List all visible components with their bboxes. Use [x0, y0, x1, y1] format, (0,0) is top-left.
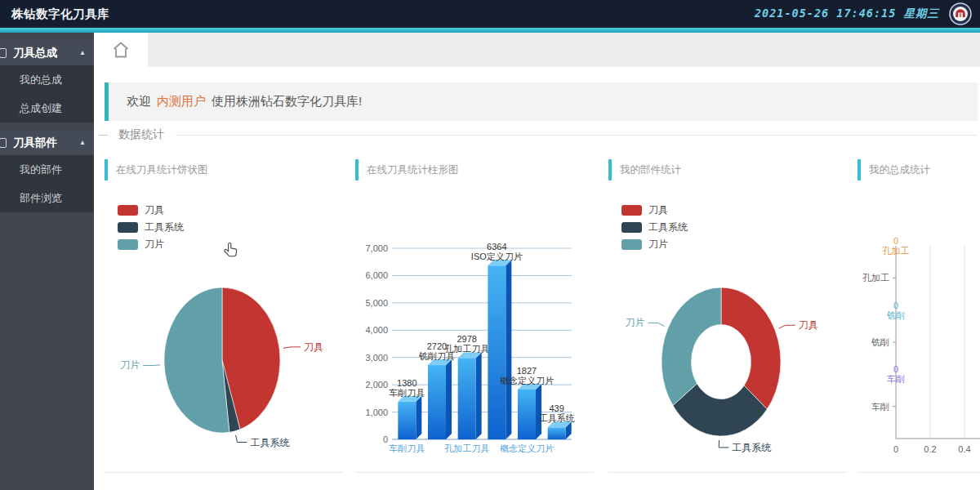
welcome-banner: 欢迎 内测用户 使用株洲钻石数字化刀具库! — [105, 82, 978, 121]
svg-text:孔加工刀具: 孔加工刀具 — [444, 344, 489, 354]
svg-text:1,000: 1,000 — [365, 408, 388, 417]
svg-text:孔加工: 孔加工 — [883, 246, 910, 256]
svg-text:3,000: 3,000 — [365, 353, 388, 363]
svg-text:0.2: 0.2 — [924, 444, 936, 454]
svg-text:4,000: 4,000 — [365, 325, 388, 335]
sidebar-item-create-assembly[interactable]: 总成创建 — [0, 94, 94, 122]
svg-text:0: 0 — [893, 236, 898, 246]
svg-text:0: 0 — [383, 434, 388, 444]
section-title: 数据统计 — [118, 127, 164, 142]
menu-group-icon — [0, 138, 7, 148]
svg-text:1827: 1827 — [517, 366, 537, 376]
svg-text:1380: 1380 — [397, 378, 416, 388]
online-tools-pie-chart[interactable]: 刀具工具系统刀片 — [105, 156, 343, 473]
section-dash — [99, 135, 108, 136]
chevron-up-icon: ▲ — [79, 49, 86, 56]
topbar-right: 2021-05-26 17:46:15 星期三 — [755, 2, 972, 25]
svg-text:7,000: 7,000 — [365, 243, 388, 253]
sidebar-group-label: 刀具总成 — [13, 46, 57, 60]
svg-text:2978: 2978 — [457, 334, 476, 344]
svg-text:刀具: 刀具 — [304, 341, 323, 353]
app-root: 株钻数字化刀具库 2021-05-26 17:46:15 星期三 刀具总成 ▲ — [0, 0, 980, 490]
top-bar: 株钻数字化刀具库 2021-05-26 17:46:15 星期三 — [0, 0, 980, 28]
my-parts-donut-chart[interactable]: 刀具工具系统刀片 — [608, 156, 847, 473]
sidebar-item-my-parts[interactable]: 我的部件 — [0, 155, 94, 184]
company-seal-icon — [949, 2, 972, 25]
svg-text:车削: 车削 — [887, 374, 905, 384]
svg-text:车削: 车削 — [871, 402, 889, 412]
sidebar-item-my-assembly[interactable]: 我的总成 — [0, 65, 94, 94]
svg-text:工具系统: 工具系统 — [732, 442, 771, 453]
welcome-username: 内测用户 — [157, 94, 206, 109]
svg-text:工具系统: 工具系统 — [251, 437, 290, 448]
datetime-display: 2021-05-26 17:46:15 星期三 — [755, 7, 939, 21]
svg-text:6364: 6364 — [487, 242, 506, 252]
welcome-greeting: 欢迎 — [127, 94, 151, 109]
app-title: 株钻数字化刀具库 — [11, 7, 109, 22]
svg-text:刀具: 刀具 — [799, 319, 818, 331]
chevron-up-icon: ▲ — [79, 139, 86, 146]
section-rule — [176, 135, 978, 136]
sidebar-group-label: 刀具部件 — [13, 136, 57, 150]
svg-text:刀片: 刀片 — [120, 359, 140, 371]
welcome-message: 使用株洲钻石数字化刀具库! — [212, 94, 362, 109]
panel-my-assemblies-hbar: 我的总成统计 00.20.4孔加工铣削车削0孔加工0铣削0车削 — [858, 156, 980, 473]
section-header: 数据统计 — [99, 127, 978, 142]
svg-text:工具系统: 工具系统 — [539, 413, 575, 423]
main-content: 欢迎 内测用户 使用株洲钻石数字化刀具库! 数据统计 在线刀具统计饼状图 刀具 — [94, 33, 980, 490]
my-assemblies-hbar-chart[interactable]: 00.20.4孔加工铣削车削0孔加工0铣削0车削 — [858, 156, 980, 473]
menu-group-icon — [0, 48, 7, 58]
svg-text:0.4: 0.4 — [958, 444, 970, 454]
online-tools-bar-chart[interactable]: 01,0002,0003,0004,0005,0006,0007,0001380… — [355, 156, 594, 473]
svg-text:孔加工刀具: 孔加工刀具 — [444, 443, 489, 453]
svg-text:0: 0 — [893, 444, 898, 454]
svg-text:概念定义刀片: 概念定义刀片 — [500, 376, 554, 385]
tab-home[interactable] — [94, 33, 148, 67]
svg-text:6,000: 6,000 — [365, 270, 388, 280]
svg-text:概念定义刀片: 概念定义刀片 — [500, 443, 554, 453]
svg-text:0: 0 — [893, 364, 898, 374]
panel-online-tools-pie: 在线刀具统计饼状图 刀具 工具系统 刀片 刀具工具系统刀片 — [105, 156, 343, 473]
submenu-tool-parts: 我的部件 部件浏览 — [0, 155, 94, 212]
panel-my-parts-donut: 我的部件统计 刀具 工具系统 刀片 刀具工具系统刀片 — [608, 156, 847, 473]
svg-text:ISO定义刀片: ISO定义刀片 — [471, 252, 523, 261]
tab-bar — [94, 33, 980, 67]
svg-text:孔加工: 孔加工 — [862, 273, 889, 283]
svg-text:车削刀具: 车削刀具 — [389, 443, 425, 453]
svg-text:439: 439 — [549, 403, 564, 413]
sidebar-group-tool-parts[interactable]: 刀具部件 ▲ — [0, 130, 94, 155]
svg-text:车削刀具: 车削刀具 — [389, 388, 425, 398]
svg-text:2,000: 2,000 — [365, 380, 388, 390]
sidebar: 刀具总成 ▲ 我的总成 总成创建 刀具部件 ▲ 我的部件 部件浏览 — [0, 33, 94, 490]
panel-online-tools-bar: 在线刀具统计柱形图 01,0002,0003,0004,0005,0006,00… — [355, 156, 594, 473]
svg-text:5,000: 5,000 — [365, 298, 388, 308]
svg-text:刀片: 刀片 — [625, 317, 644, 328]
submenu-tool-assembly: 我的总成 总成创建 — [0, 65, 94, 122]
svg-text:铣削: 铣削 — [871, 337, 889, 347]
sidebar-item-browse-parts[interactable]: 部件浏览 — [0, 184, 94, 212]
svg-text:铣削: 铣削 — [886, 310, 905, 320]
sidebar-group-tool-assembly[interactable]: 刀具总成 ▲ — [0, 40, 94, 65]
home-icon — [111, 41, 131, 59]
svg-text:0: 0 — [893, 301, 898, 310]
